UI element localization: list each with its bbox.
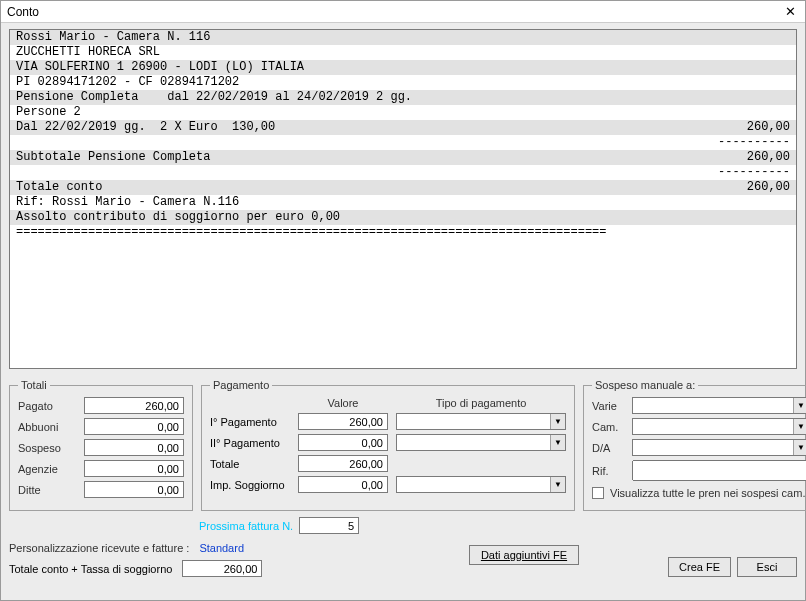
visualizza-label: Visualizza tutte le pren nei sospesi cam… bbox=[610, 487, 805, 499]
pagato-input[interactable] bbox=[84, 397, 184, 414]
window-body: Rossi Mario - Camera N. 116ZUCCHETTI HOR… bbox=[1, 23, 805, 600]
p1-tipo-combo[interactable]: ▼ bbox=[396, 413, 566, 430]
crea-fe-button[interactable]: Crea FE bbox=[668, 557, 731, 577]
receipt-line: Subtotale Pensione Completa260,00 bbox=[10, 150, 796, 165]
da-label: D/A bbox=[592, 442, 626, 454]
varie-value bbox=[633, 398, 793, 413]
p1-value-input[interactable] bbox=[298, 413, 388, 430]
receipt-line: Assolto contributo di soggiorno per euro… bbox=[10, 210, 796, 225]
pagamento-group: Pagamento Valore Tipo di pagamento I° Pa… bbox=[201, 379, 575, 511]
receipt-line: Persone 2 bbox=[10, 105, 796, 120]
sospeso-input[interactable] bbox=[84, 439, 184, 456]
visualizza-checkbox[interactable] bbox=[592, 487, 604, 499]
window: Conto ✕ Rossi Mario - Camera N. 116ZUCCH… bbox=[0, 0, 806, 601]
totale-label: Totale bbox=[210, 458, 290, 470]
cam-value bbox=[633, 419, 793, 434]
dati-aggiuntivi-button[interactable]: Dati aggiuntivi FE bbox=[469, 545, 579, 565]
p2-label: II° Pagamento bbox=[210, 437, 290, 449]
totale-conto-label: Totale conto + Tassa di soggiorno bbox=[9, 563, 172, 575]
receipt-line: VIA SOLFERINO 1 26900 - LODI (LO) ITALIA bbox=[10, 60, 796, 75]
receipt-line: Totale conto260,00 bbox=[10, 180, 796, 195]
panels: Totali Pagato Abbuoni Sospeso Agenzie bbox=[9, 379, 797, 511]
abbuoni-label: Abbuoni bbox=[18, 421, 78, 433]
p2-tipo-value bbox=[397, 435, 550, 450]
receipt-line: Dal 22/02/2019 gg. 2 X Euro 130,00260,00 bbox=[10, 120, 796, 135]
chevron-down-icon: ▼ bbox=[793, 419, 806, 434]
close-button[interactable]: ✕ bbox=[779, 3, 801, 21]
pagamento-legend: Pagamento bbox=[210, 379, 272, 391]
receipt-line: ---------- bbox=[10, 135, 796, 150]
window-title: Conto bbox=[7, 5, 39, 19]
chevron-down-icon: ▼ bbox=[793, 440, 806, 455]
ditte-label: Ditte bbox=[18, 484, 78, 496]
totale-conto-input[interactable] bbox=[182, 560, 262, 577]
imp-value-input[interactable] bbox=[298, 476, 388, 493]
receipt-line: PI 02894171202 - CF 02894171202 bbox=[10, 75, 796, 90]
prossima-input[interactable] bbox=[299, 517, 359, 534]
rif-label: Rif. bbox=[592, 465, 626, 477]
p1-tipo-value bbox=[397, 414, 550, 429]
imp-label: Imp. Soggiorno bbox=[210, 479, 290, 491]
receipt-line: ZUCCHETTI HORECA SRL bbox=[10, 45, 796, 60]
varie-combo[interactable]: ▼ bbox=[632, 397, 806, 414]
rif-input[interactable] bbox=[632, 460, 806, 481]
abbuoni-input[interactable] bbox=[84, 418, 184, 435]
p2-value-input[interactable] bbox=[298, 434, 388, 451]
cam-label: Cam. bbox=[592, 421, 626, 433]
receipt-line: ---------- bbox=[10, 165, 796, 180]
close-icon: ✕ bbox=[785, 4, 796, 19]
chevron-down-icon: ▼ bbox=[550, 435, 565, 450]
imp-tipo-value bbox=[397, 477, 550, 492]
ditte-input[interactable] bbox=[84, 481, 184, 498]
sospeso-label: Sospeso bbox=[18, 442, 78, 454]
hdr-valore: Valore bbox=[298, 397, 388, 409]
totale-value-input[interactable] bbox=[298, 455, 388, 472]
p1-label: I° Pagamento bbox=[210, 416, 290, 428]
esci-button[interactable]: Esci bbox=[737, 557, 797, 577]
receipt-line: Rif: Rossi Mario - Camera N.116 bbox=[10, 195, 796, 210]
hdr-tipo: Tipo di pagamento bbox=[396, 397, 566, 409]
footer: Prossima fattura N. Personalizzazione ri… bbox=[9, 517, 797, 577]
titlebar: Conto ✕ bbox=[1, 1, 805, 23]
da-value bbox=[633, 440, 793, 455]
receipt-line: Pensione Completa dal 22/02/2019 al 24/0… bbox=[10, 90, 796, 105]
chevron-down-icon: ▼ bbox=[793, 398, 806, 413]
totali-legend: Totali bbox=[18, 379, 50, 391]
agenzie-label: Agenzie bbox=[18, 463, 78, 475]
p2-tipo-combo[interactable]: ▼ bbox=[396, 434, 566, 451]
cam-combo[interactable]: ▼ bbox=[632, 418, 806, 435]
chevron-down-icon: ▼ bbox=[550, 414, 565, 429]
prossima-label: Prossima fattura N. bbox=[199, 520, 293, 532]
imp-tipo-combo[interactable]: ▼ bbox=[396, 476, 566, 493]
varie-label: Varie bbox=[592, 400, 626, 412]
pagato-label: Pagato bbox=[18, 400, 78, 412]
sospeso-group: Sospeso manuale a: Varie ▼ Cam. ▼ bbox=[583, 379, 806, 511]
receipt-line: ========================================… bbox=[10, 225, 796, 240]
da-combo[interactable]: ▼ bbox=[632, 439, 806, 456]
receipt-text-area[interactable]: Rossi Mario - Camera N. 116ZUCCHETTI HOR… bbox=[9, 29, 797, 369]
receipt-line: Rossi Mario - Camera N. 116 bbox=[10, 30, 796, 45]
totali-group: Totali Pagato Abbuoni Sospeso Agenzie bbox=[9, 379, 193, 511]
personalizzazione-value: Standard bbox=[199, 542, 244, 554]
personalizzazione-label: Personalizzazione ricevute e fatture : bbox=[9, 542, 189, 554]
sospeso-legend: Sospeso manuale a: bbox=[592, 379, 698, 391]
chevron-down-icon: ▼ bbox=[550, 477, 565, 492]
agenzie-input[interactable] bbox=[84, 460, 184, 477]
